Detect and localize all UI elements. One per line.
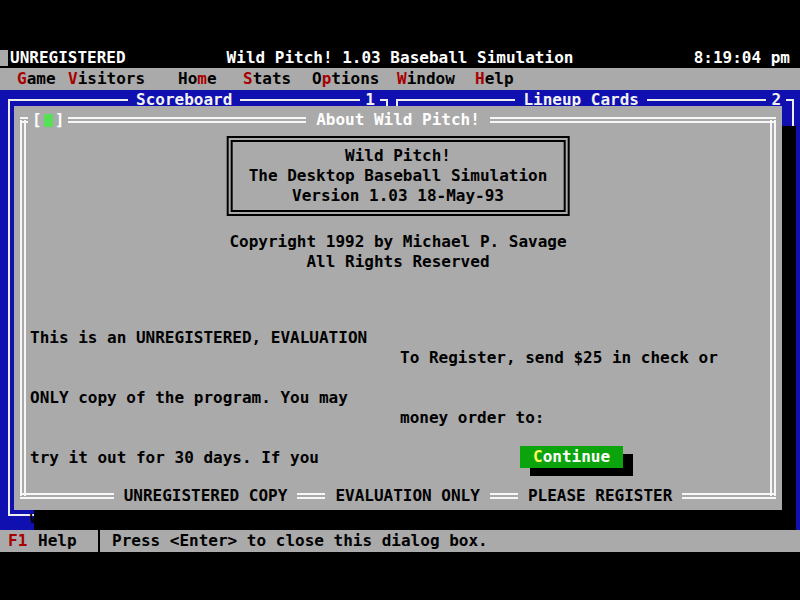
product-tagline: The Desktop Baseball Simulation — [249, 166, 548, 186]
evaluation-text-line: ONLY copy of the program. You may — [30, 388, 367, 408]
footer-badge-unregistered: UNREGISTERED COPY — [114, 486, 298, 506]
evaluation-text-line: you'll have to register. When you — [30, 568, 367, 588]
statusbar-separator — [98, 530, 100, 552]
window-border-line — [8, 99, 128, 101]
help-label: Help — [38, 530, 77, 552]
title-bar: Wild Pitch! 1.03 Baseball Simulation UNR… — [0, 48, 800, 68]
close-icon — [44, 114, 53, 127]
menu-bar: Game Visitors Home Stats Options Window … — [0, 68, 800, 90]
menu-item-home[interactable]: Home — [178, 69, 217, 89]
window-border-corner — [380, 99, 388, 101]
app-screen: Wild Pitch! 1.03 Baseball Simulation UNR… — [0, 0, 800, 600]
dialog-border-line — [490, 493, 518, 499]
close-bracket-left: [ — [32, 110, 42, 129]
registration-status: UNREGISTERED — [10, 48, 126, 68]
dialog-border-right — [770, 120, 776, 496]
window-border-corner — [786, 99, 794, 101]
continue-button[interactable]: Continue — [520, 446, 623, 468]
dialog-border-line — [297, 493, 325, 499]
dialog-title: About Wild Pitch! — [306, 110, 490, 130]
f1-key-hint: F1 — [8, 530, 27, 552]
close-bracket-right: ] — [55, 110, 65, 129]
register-intro-line: To Register, send $25 in check or — [400, 348, 728, 368]
dialog-footer: UNREGISTERED COPY EVALUATION ONLY PLEASE… — [20, 486, 776, 506]
evaluation-text-line: This is an UNREGISTERED, EVALUATION — [30, 328, 367, 348]
desktop: Scoreboard 1 Lineup Cards 2 About Wild P… — [0, 90, 800, 530]
rights-line: All Rights Reserved — [14, 252, 782, 272]
dialog-border-line — [20, 493, 114, 499]
menu-item-visitors[interactable]: Visitors — [68, 69, 145, 89]
evaluation-text-line: would like to continue to use it, — [30, 508, 367, 528]
clock: 8:19:04 pm — [694, 48, 790, 68]
footer-badge-register: PLEASE REGISTER — [518, 486, 683, 506]
register-intro-line: money order to: — [400, 408, 728, 428]
statusbar-message: Press <Enter> to close this dialog box. — [112, 530, 488, 552]
menu-item-options[interactable]: Options — [312, 69, 379, 89]
dialog-close-button[interactable]: [] — [28, 110, 68, 130]
about-box: Wild Pitch! The Desktop Baseball Simulat… — [227, 136, 570, 216]
status-bar: F1 Help Press <Enter> to close this dial… — [0, 530, 800, 552]
dialog-border-line — [490, 117, 776, 123]
window-border-line — [240, 99, 360, 101]
about-dialog: About Wild Pitch! [] Wild Pitch! The Des… — [14, 106, 782, 510]
copyright-line: Copyright 1992 by Michael P. Savage — [14, 232, 782, 252]
copyright-block: Copyright 1992 by Michael P. Savage All … — [14, 232, 782, 272]
menu-item-help[interactable]: Help — [475, 69, 514, 89]
version-line: Version 1.03 18-May-93 — [249, 186, 548, 206]
menu-item-window[interactable]: Window — [397, 69, 455, 89]
dialog-border-left — [20, 120, 26, 496]
dialog-border-line — [682, 493, 776, 499]
evaluation-text-line: try it out for 30 days. If you — [30, 448, 367, 468]
product-name: Wild Pitch! — [249, 146, 548, 166]
dialog-shadow-right — [782, 126, 796, 530]
register-address-line: PO Box 536, Glen Ridge, NJ 07028 — [400, 590, 728, 600]
menu-item-stats[interactable]: Stats — [243, 69, 291, 89]
window-border-line — [647, 99, 766, 101]
window-border-line — [396, 99, 515, 101]
evaluation-text: This is an UNREGISTERED, EVALUATION ONLY… — [30, 288, 367, 600]
dialog-title-row: About Wild Pitch! — [20, 110, 776, 130]
footer-badge-evaluation: EVALUATION ONLY — [325, 486, 490, 506]
menu-item-game[interactable]: Game — [17, 69, 56, 89]
